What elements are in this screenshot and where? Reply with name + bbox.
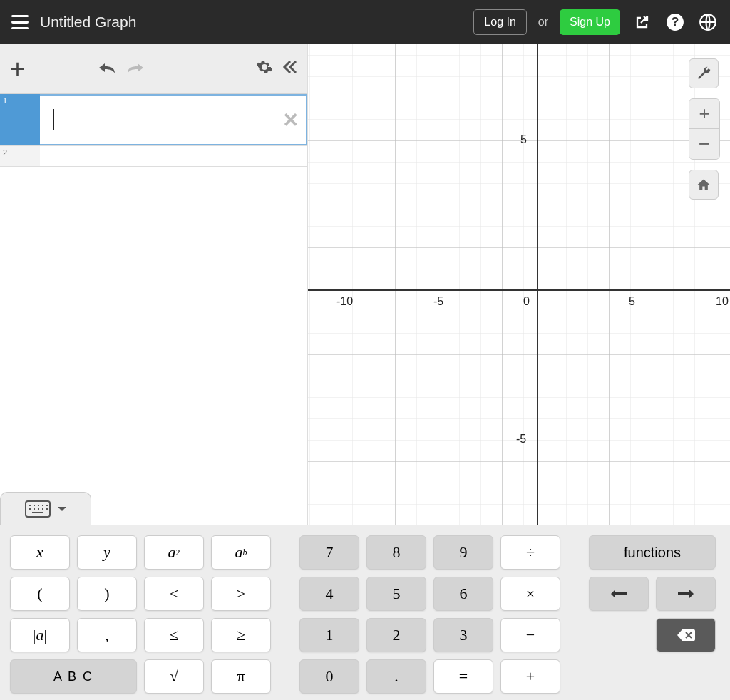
language-icon[interactable] [697,11,719,33]
zoom-out-button[interactable]: − [689,129,719,159]
virtual-keyboard: x y a2 ab ( ) < > |a| , ≤ ≥ A B C √ π 7 … [0,525,730,700]
menu-icon[interactable] [11,15,29,30]
key-square[interactable]: a2 [144,535,204,570]
key-ge[interactable]: ≥ [211,618,271,652]
key-7[interactable]: 7 [299,535,359,570]
key-3[interactable]: 3 [433,618,493,652]
delete-expression-icon[interactable]: ✕ [282,108,299,132]
x-tick-label: -5 [433,295,443,308]
keyboard-functions-section: functions [589,535,716,690]
x-tick-label: 5 [629,295,635,308]
svg-text:?: ? [672,14,679,29]
home-button[interactable] [689,170,719,200]
x-tick-label: 0 [523,295,530,308]
keyboard-vars-section: x y a2 ab ( ) < > |a| , ≤ ≥ A B C √ π [10,535,271,690]
redo-button[interactable] [125,59,146,79]
expression-index[interactable]: 1 [0,94,40,145]
signup-button[interactable]: Sign Up [560,9,620,35]
expression-input-wrap[interactable]: ✕ [40,94,307,145]
key-x[interactable]: x [10,535,70,570]
key-backspace[interactable] [656,618,716,652]
zoom-in-button[interactable]: + [689,99,719,129]
key-rparen[interactable]: ) [77,577,137,611]
main-area: + 1 ✕ [0,44,730,525]
y-tick-label: -5 [516,433,526,446]
key-gt[interactable]: > [211,577,271,611]
wrench-icon[interactable] [689,58,719,88]
svg-rect-4 [308,44,730,525]
collapse-panel-icon[interactable] [280,58,297,80]
expression-row-1[interactable]: 1 ✕ [0,94,307,146]
key-pi[interactable]: π [211,659,271,694]
y-tick-label: 5 [520,133,527,146]
graph-canvas[interactable]: -10 -5 0 5 10 5 -5 + − [308,44,730,525]
add-expression-button[interactable]: + [10,56,25,82]
key-equals[interactable]: = [433,659,493,694]
text-cursor [53,109,54,130]
x-tick-label: -10 [336,295,353,308]
expressions-toolbar: + [0,44,307,94]
key-sqrt[interactable]: √ [144,659,204,694]
key-abs[interactable]: |a| [10,618,70,652]
key-1[interactable]: 1 [299,618,359,652]
key-y[interactable]: y [77,535,137,570]
key-8[interactable]: 8 [366,535,426,570]
key-5[interactable]: 5 [366,577,426,611]
key-0[interactable]: 0 [299,659,359,694]
key-comma[interactable]: , [77,618,137,652]
keyboard-numpad-section: 7 8 9 ÷ 4 5 6 × 1 2 3 − 0 . = + [299,535,560,690]
header: Untitled Graph Log In or Sign Up ? [0,0,730,44]
share-icon[interactable] [632,11,653,33]
expression-index[interactable]: 2 [0,146,40,166]
key-power[interactable]: ab [211,535,271,570]
undo-button[interactable] [96,59,118,79]
chevron-down-icon [57,505,67,513]
x-tick-label: 10 [716,295,729,308]
key-arrow-right[interactable] [656,577,716,611]
expression-row-2[interactable]: 2 [0,146,307,167]
keyboard-toggle[interactable] [0,492,91,525]
login-button[interactable]: Log In [473,9,526,35]
key-2[interactable]: 2 [366,618,426,652]
or-text: or [538,16,548,29]
expression-input-wrap[interactable] [40,146,307,166]
key-lparen[interactable]: ( [10,577,70,611]
expressions-panel: + 1 ✕ [0,44,308,525]
key-lt[interactable]: < [144,577,204,611]
key-9[interactable]: 9 [433,535,493,570]
graph-title[interactable]: Untitled Graph [40,14,136,31]
key-le[interactable]: ≤ [144,618,204,652]
graph-controls: + − [689,58,720,200]
key-minus[interactable]: − [500,618,560,652]
settings-icon[interactable] [256,58,273,80]
key-6[interactable]: 6 [433,577,493,611]
key-abc[interactable]: A B C [10,659,137,694]
coordinate-grid [308,44,730,525]
help-icon[interactable]: ? [664,11,686,33]
key-functions[interactable]: functions [589,535,716,570]
key-4[interactable]: 4 [299,577,359,611]
key-decimal[interactable]: . [366,659,426,694]
key-arrow-left[interactable] [589,577,649,611]
key-multiply[interactable]: × [500,577,560,611]
key-plus[interactable]: + [500,659,560,694]
key-divide[interactable]: ÷ [500,535,560,570]
